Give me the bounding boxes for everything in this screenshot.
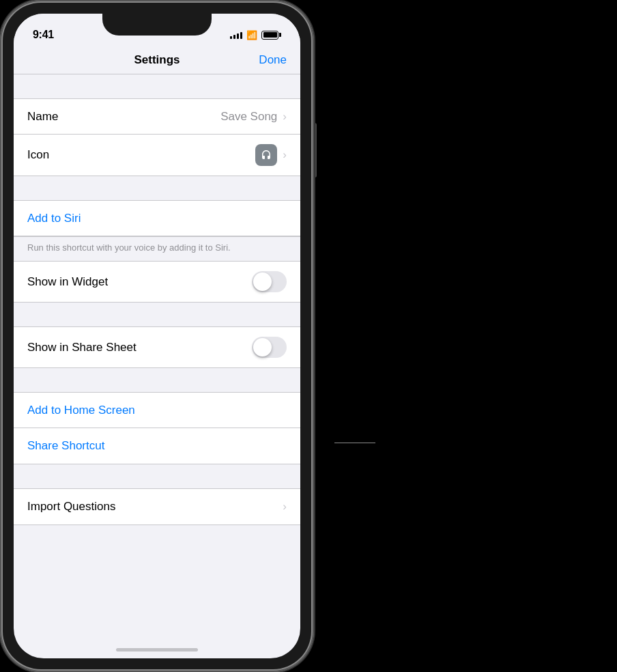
share-sheet-toggle-knob xyxy=(253,338,272,356)
bottom-spacer xyxy=(14,525,300,549)
spacer-2 xyxy=(14,303,300,326)
signal-icon xyxy=(230,31,242,39)
widget-section: Show in Widget xyxy=(14,261,300,303)
show-in-widget-row[interactable]: Show in Widget xyxy=(14,262,300,302)
import-chevron-icon: › xyxy=(283,500,287,514)
import-questions-row[interactable]: Import Questions › xyxy=(14,489,300,524)
status-icons: 📶 xyxy=(230,30,281,40)
widget-toggle-knob xyxy=(253,272,272,291)
icon-label: Icon xyxy=(27,148,49,162)
add-to-siri-row[interactable]: Add to Siri xyxy=(14,201,300,236)
battery-icon xyxy=(261,31,281,40)
name-row[interactable]: Name Save Song › xyxy=(14,99,300,135)
share-sheet-section: Show in Share Sheet xyxy=(14,326,300,368)
show-in-share-sheet-row[interactable]: Show in Share Sheet xyxy=(14,327,300,367)
import-section: Import Questions › xyxy=(14,488,300,525)
share-sheet-toggle[interactable] xyxy=(252,337,287,358)
wifi-icon: 📶 xyxy=(246,30,257,40)
share-shortcut-row[interactable]: Share Shortcut xyxy=(14,428,300,464)
top-spacer xyxy=(14,74,300,98)
icon-chevron-icon: › xyxy=(283,148,287,162)
annotation-line xyxy=(334,443,375,443)
annotation-arrow xyxy=(334,443,375,443)
share-sheet-label: Show in Share Sheet xyxy=(27,341,137,354)
share-shortcut-label: Share Shortcut xyxy=(27,439,104,453)
name-value: Save Song xyxy=(220,110,277,124)
settings-content: Name Save Song › Icon xyxy=(14,74,300,549)
name-icon-section: Name Save Song › Icon xyxy=(14,98,300,176)
icon-row[interactable]: Icon › xyxy=(14,135,300,176)
icon-badge xyxy=(255,144,277,166)
name-label: Name xyxy=(27,110,58,124)
spacer-3 xyxy=(14,368,300,392)
done-button[interactable]: Done xyxy=(259,53,287,67)
headphones-icon xyxy=(259,148,273,162)
add-to-siri-label: Add to Siri xyxy=(27,212,81,225)
notch xyxy=(102,14,212,36)
siri-description: Run this shortcut with your voice by add… xyxy=(14,237,300,261)
nav-title: Settings xyxy=(134,53,180,67)
spacer-1 xyxy=(14,176,300,200)
siri-section: Add to Siri xyxy=(14,200,300,237)
spacer-4 xyxy=(14,464,300,488)
name-row-right: Save Song › xyxy=(220,110,287,124)
widget-toggle[interactable] xyxy=(252,271,287,292)
home-indicator xyxy=(116,648,198,652)
power-button[interactable] xyxy=(314,123,317,178)
add-to-home-screen-label: Add to Home Screen xyxy=(27,404,135,417)
nav-bar: Settings Done xyxy=(14,48,300,74)
name-chevron-icon: › xyxy=(283,110,287,124)
home-share-section: Add to Home Screen Share Shortcut xyxy=(14,392,300,464)
widget-label: Show in Widget xyxy=(27,275,108,289)
status-time: 9:41 xyxy=(33,29,54,41)
icon-row-right: › xyxy=(255,144,287,166)
import-questions-label: Import Questions xyxy=(27,500,115,514)
add-to-home-screen-row[interactable]: Add to Home Screen xyxy=(14,393,300,428)
